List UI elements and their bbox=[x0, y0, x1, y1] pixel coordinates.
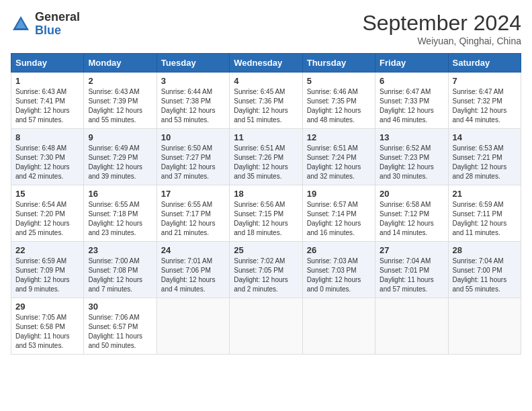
day-number: 9 bbox=[88, 132, 152, 142]
day-number: 3 bbox=[161, 76, 225, 86]
day-number: 14 bbox=[453, 132, 517, 142]
calendar-cell bbox=[157, 298, 229, 355]
calendar-cell: 11 Sunrise: 6:51 AMSunset: 7:26 PMDaylig… bbox=[230, 129, 302, 185]
day-number: 27 bbox=[380, 245, 443, 255]
day-number: 21 bbox=[453, 189, 517, 199]
weekday-header: Thursday bbox=[302, 54, 375, 73]
month-title: September 2024 bbox=[362, 11, 521, 36]
calendar-cell: 27 Sunrise: 7:04 AMSunset: 7:01 PMDaylig… bbox=[375, 242, 448, 298]
day-number: 8 bbox=[15, 132, 79, 142]
calendar-cell: 12 Sunrise: 6:51 AMSunset: 7:24 PMDaylig… bbox=[302, 129, 375, 185]
calendar-week-row: 8 Sunrise: 6:48 AMSunset: 7:30 PMDayligh… bbox=[11, 129, 521, 185]
calendar-cell: 20 Sunrise: 6:58 AMSunset: 7:12 PMDaylig… bbox=[375, 185, 448, 242]
calendar-cell: 1 Sunrise: 6:43 AMSunset: 7:41 PMDayligh… bbox=[11, 73, 84, 129]
day-info: Sunrise: 6:51 AMSunset: 7:26 PMDaylight:… bbox=[234, 144, 298, 181]
day-number: 29 bbox=[15, 302, 79, 312]
day-info: Sunrise: 6:44 AMSunset: 7:38 PMDaylight:… bbox=[161, 87, 225, 125]
calendar-table: SundayMondayTuesdayWednesdayThursdayFrid… bbox=[11, 53, 521, 355]
day-number: 25 bbox=[234, 245, 298, 255]
day-info: Sunrise: 6:46 AMSunset: 7:35 PMDaylight:… bbox=[307, 87, 371, 125]
calendar-cell: 9 Sunrise: 6:49 AMSunset: 7:29 PMDayligh… bbox=[84, 129, 157, 185]
day-number: 17 bbox=[161, 189, 225, 199]
day-info: Sunrise: 7:04 AMSunset: 7:01 PMDaylight:… bbox=[380, 257, 443, 294]
weekday-header: Sunday bbox=[11, 54, 84, 73]
calendar-cell bbox=[448, 298, 521, 355]
calendar-cell: 14 Sunrise: 6:53 AMSunset: 7:21 PMDaylig… bbox=[448, 129, 521, 185]
day-number: 24 bbox=[161, 245, 225, 255]
day-number: 2 bbox=[88, 76, 152, 86]
calendar-week-row: 22 Sunrise: 6:59 AMSunset: 7:09 PMDaylig… bbox=[11, 242, 521, 298]
calendar-cell: 22 Sunrise: 6:59 AMSunset: 7:09 PMDaylig… bbox=[11, 242, 84, 298]
day-info: Sunrise: 6:49 AMSunset: 7:29 PMDaylight:… bbox=[88, 144, 152, 181]
day-number: 15 bbox=[15, 189, 79, 199]
day-info: Sunrise: 6:55 AMSunset: 7:18 PMDaylight:… bbox=[88, 200, 152, 238]
logo-blue-text: Blue bbox=[35, 24, 80, 38]
calendar-cell: 5 Sunrise: 6:46 AMSunset: 7:35 PMDayligh… bbox=[302, 73, 375, 129]
day-info: Sunrise: 7:00 AMSunset: 7:08 PMDaylight:… bbox=[88, 257, 152, 294]
weekday-header: Saturday bbox=[448, 54, 521, 73]
calendar-cell: 10 Sunrise: 6:50 AMSunset: 7:27 PMDaylig… bbox=[157, 129, 229, 185]
day-info: Sunrise: 6:52 AMSunset: 7:23 PMDaylight:… bbox=[380, 144, 443, 181]
calendar-cell: 21 Sunrise: 6:59 AMSunset: 7:11 PMDaylig… bbox=[448, 185, 521, 242]
logo-icon bbox=[11, 14, 31, 34]
calendar-cell: 7 Sunrise: 6:47 AMSunset: 7:32 PMDayligh… bbox=[448, 73, 521, 129]
calendar-cell: 30 Sunrise: 7:06 AMSunset: 6:57 PMDaylig… bbox=[84, 298, 157, 355]
calendar-cell: 26 Sunrise: 7:03 AMSunset: 7:03 PMDaylig… bbox=[302, 242, 375, 298]
day-info: Sunrise: 7:02 AMSunset: 7:05 PMDaylight:… bbox=[234, 257, 298, 294]
day-number: 6 bbox=[380, 76, 443, 86]
day-info: Sunrise: 7:03 AMSunset: 7:03 PMDaylight:… bbox=[307, 257, 371, 294]
day-info: Sunrise: 6:47 AMSunset: 7:33 PMDaylight:… bbox=[380, 87, 443, 125]
calendar-cell: 8 Sunrise: 6:48 AMSunset: 7:30 PMDayligh… bbox=[11, 129, 84, 185]
day-info: Sunrise: 7:01 AMSunset: 7:06 PMDaylight:… bbox=[161, 257, 225, 294]
day-info: Sunrise: 7:04 AMSunset: 7:00 PMDaylight:… bbox=[453, 257, 517, 294]
day-info: Sunrise: 6:55 AMSunset: 7:17 PMDaylight:… bbox=[161, 200, 225, 238]
day-number: 13 bbox=[380, 132, 443, 142]
logo-text: General Blue bbox=[35, 11, 80, 38]
weekday-header: Wednesday bbox=[230, 54, 302, 73]
day-number: 23 bbox=[88, 245, 152, 255]
logo: General Blue bbox=[11, 11, 80, 38]
day-number: 30 bbox=[88, 302, 152, 312]
day-number: 22 bbox=[15, 245, 79, 255]
calendar-cell: 29 Sunrise: 7:05 AMSunset: 6:58 PMDaylig… bbox=[11, 298, 84, 355]
calendar-cell bbox=[302, 298, 375, 355]
day-info: Sunrise: 6:58 AMSunset: 7:12 PMDaylight:… bbox=[380, 200, 443, 238]
page-header: General Blue September 2024 Weiyuan, Qin… bbox=[11, 11, 521, 46]
day-info: Sunrise: 6:48 AMSunset: 7:30 PMDaylight:… bbox=[15, 144, 79, 181]
day-info: Sunrise: 6:47 AMSunset: 7:32 PMDaylight:… bbox=[453, 87, 517, 125]
calendar-cell: 4 Sunrise: 6:45 AMSunset: 7:36 PMDayligh… bbox=[230, 73, 302, 129]
calendar-cell bbox=[230, 298, 302, 355]
day-number: 26 bbox=[307, 245, 371, 255]
logo-general-text: General bbox=[35, 11, 80, 24]
title-block: September 2024 Weiyuan, Qinghai, China bbox=[362, 11, 521, 46]
day-number: 18 bbox=[234, 189, 298, 199]
day-info: Sunrise: 6:43 AMSunset: 7:41 PMDaylight:… bbox=[15, 87, 79, 125]
day-info: Sunrise: 6:56 AMSunset: 7:15 PMDaylight:… bbox=[234, 200, 298, 238]
day-number: 28 bbox=[453, 245, 517, 255]
day-info: Sunrise: 6:50 AMSunset: 7:27 PMDaylight:… bbox=[161, 144, 225, 181]
day-number: 4 bbox=[234, 76, 298, 86]
weekday-header: Friday bbox=[375, 54, 448, 73]
calendar-cell: 18 Sunrise: 6:56 AMSunset: 7:15 PMDaylig… bbox=[230, 185, 302, 242]
weekday-header: Monday bbox=[84, 54, 157, 73]
day-info: Sunrise: 6:59 AMSunset: 7:09 PMDaylight:… bbox=[15, 257, 79, 294]
calendar-cell: 15 Sunrise: 6:54 AMSunset: 7:20 PMDaylig… bbox=[11, 185, 84, 242]
day-info: Sunrise: 7:06 AMSunset: 6:57 PMDaylight:… bbox=[88, 313, 152, 351]
day-info: Sunrise: 6:51 AMSunset: 7:24 PMDaylight:… bbox=[307, 144, 371, 181]
day-info: Sunrise: 6:53 AMSunset: 7:21 PMDaylight:… bbox=[453, 144, 517, 181]
calendar-cell: 16 Sunrise: 6:55 AMSunset: 7:18 PMDaylig… bbox=[84, 185, 157, 242]
calendar-cell: 3 Sunrise: 6:44 AMSunset: 7:38 PMDayligh… bbox=[157, 73, 229, 129]
day-number: 12 bbox=[307, 132, 371, 142]
calendar-week-row: 29 Sunrise: 7:05 AMSunset: 6:58 PMDaylig… bbox=[11, 298, 521, 355]
day-number: 11 bbox=[234, 132, 298, 142]
day-info: Sunrise: 6:54 AMSunset: 7:20 PMDaylight:… bbox=[15, 200, 79, 238]
calendar-cell: 2 Sunrise: 6:43 AMSunset: 7:39 PMDayligh… bbox=[84, 73, 157, 129]
day-info: Sunrise: 6:57 AMSunset: 7:14 PMDaylight:… bbox=[307, 200, 371, 238]
calendar-week-row: 15 Sunrise: 6:54 AMSunset: 7:20 PMDaylig… bbox=[11, 185, 521, 242]
calendar-week-row: 1 Sunrise: 6:43 AMSunset: 7:41 PMDayligh… bbox=[11, 73, 521, 129]
calendar-cell: 24 Sunrise: 7:01 AMSunset: 7:06 PMDaylig… bbox=[157, 242, 229, 298]
day-number: 7 bbox=[453, 76, 517, 86]
calendar-cell: 23 Sunrise: 7:00 AMSunset: 7:08 PMDaylig… bbox=[84, 242, 157, 298]
day-info: Sunrise: 6:45 AMSunset: 7:36 PMDaylight:… bbox=[234, 87, 298, 125]
day-number: 10 bbox=[161, 132, 225, 142]
